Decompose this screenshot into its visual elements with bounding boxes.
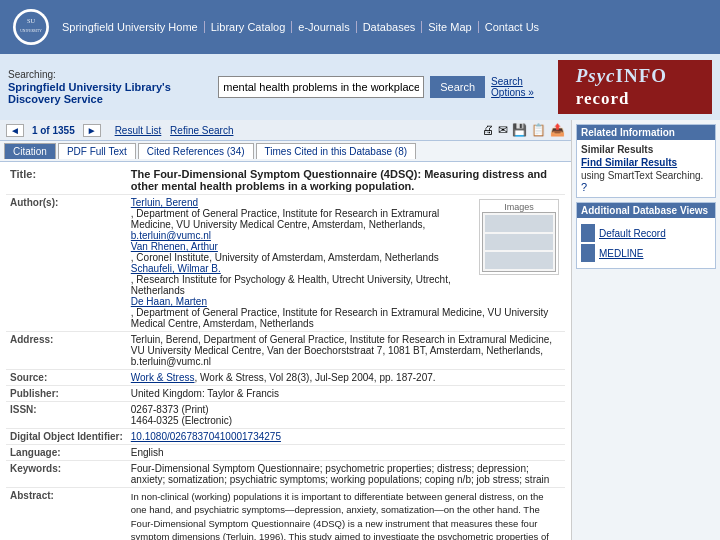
- abstract-label: Abstract:: [6, 488, 127, 541]
- svg-text:SU: SU: [27, 17, 36, 24]
- img-thumb-2: [485, 234, 553, 251]
- top-navigation: SU UNIVERSITY Springfield University Hom…: [0, 0, 720, 54]
- medline-link[interactable]: MEDLINE: [599, 248, 643, 259]
- source-value: Work & Stress, Work & Stress, Vol 28(3),…: [127, 370, 565, 386]
- title-value: The Four-Dimensional Symptom Questionnai…: [127, 166, 565, 195]
- title-label: Title:: [6, 166, 127, 195]
- result-count: 1 of 1355: [32, 125, 75, 136]
- author-4-link[interactable]: De Haan, Marten: [131, 296, 561, 307]
- content-area: ◄ 1 of 1355 ► Result List Refine Search …: [0, 120, 572, 540]
- record-table: Title: The Four-Dimensional Symptom Ques…: [6, 166, 565, 540]
- smarttext-icon[interactable]: ?: [581, 181, 587, 193]
- img-thumb-1: [485, 215, 553, 232]
- doi-value: 10.1080/02678370410001734275: [127, 429, 565, 445]
- authors-row: Author(s): Images: [6, 195, 565, 332]
- address-value: Terluin, Berend, Department of General P…: [127, 332, 565, 370]
- default-record-link[interactable]: Default Record: [599, 228, 666, 239]
- related-info-section: Related Information Similar Results Find…: [576, 124, 716, 198]
- export-icon[interactable]: 📤: [550, 123, 565, 137]
- smarttext-desc: using SmartText Searching.: [581, 170, 703, 181]
- related-info-header: Related Information: [577, 125, 715, 140]
- nav-home[interactable]: Springfield University Home: [56, 21, 205, 33]
- next-result-button[interactable]: ►: [83, 124, 101, 137]
- info-text: INFO: [616, 65, 668, 86]
- authors-label: Author(s):: [6, 195, 127, 332]
- issn-label: ISSN:: [6, 402, 127, 429]
- address-row: Address: Terluin, Berend, Department of …: [6, 332, 565, 370]
- refine-search-link[interactable]: Refine Search: [170, 125, 233, 136]
- search-bar: Searching: Springfield University Librar…: [0, 54, 720, 120]
- language-value: English: [127, 445, 565, 461]
- nav-contact[interactable]: Contact Us: [479, 21, 545, 33]
- search-button[interactable]: Search: [430, 76, 485, 98]
- tab-cited-refs[interactable]: Cited References (34): [138, 143, 254, 159]
- logo-circle: SU UNIVERSITY: [13, 9, 49, 45]
- print-icon[interactable]: 🖨: [482, 123, 494, 137]
- result-links: Result List Refine Search: [109, 125, 234, 136]
- medline-icon: [581, 244, 595, 262]
- source-link[interactable]: Work & Stress: [131, 372, 195, 383]
- main-layout: ◄ 1 of 1355 ► Result List Refine Search …: [0, 120, 720, 540]
- result-list-link[interactable]: Result List: [115, 125, 162, 136]
- search-input[interactable]: [218, 76, 424, 98]
- issn-value: 0267-8373 (Print)1464-0325 (Electronic): [127, 402, 565, 429]
- image-container: Images: [479, 199, 559, 275]
- search-options-link[interactable]: Search Options »: [491, 76, 552, 98]
- tab-bar: Citation PDF Full Text Cited References …: [0, 141, 571, 162]
- sidebar: Related Information Similar Results Find…: [572, 120, 720, 540]
- result-nav: ◄ 1 of 1355 ► Result List Refine Search …: [0, 120, 571, 141]
- abstract-value: In non-clinical (working) populations it…: [127, 488, 565, 541]
- save-icon[interactable]: 💾: [512, 123, 527, 137]
- image-thumbnails: [482, 212, 556, 272]
- nav-sitemap[interactable]: Site Map: [422, 21, 478, 33]
- keywords-row: Keywords: Four-Dimensional Symptom Quest…: [6, 461, 565, 488]
- language-label: Language:: [6, 445, 127, 461]
- additional-db-section: Additional Database Views Default Record…: [576, 202, 716, 269]
- psyc-text: Psyc: [576, 65, 616, 86]
- svg-text:UNIVERSITY: UNIVERSITY: [20, 29, 42, 33]
- nav-databases[interactable]: Databases: [357, 21, 423, 33]
- address-label: Address:: [6, 332, 127, 370]
- issn-row: ISSN: 0267-8373 (Print)1464-0325 (Electr…: [6, 402, 565, 429]
- psyc-badge: PsycINFO record: [558, 60, 712, 114]
- additional-db-header: Additional Database Views: [577, 203, 715, 218]
- keywords-label: Keywords:: [6, 461, 127, 488]
- related-info-body: Similar Results Find Similar Results usi…: [577, 140, 715, 197]
- medline-item: MEDLINE: [581, 244, 711, 262]
- publisher-label: Publisher:: [6, 386, 127, 402]
- keywords-value: Four-Dimensional Symptom Questionnaire; …: [127, 461, 565, 488]
- doi-label: Digital Object Identifier:: [6, 429, 127, 445]
- nav-ejournals[interactable]: e-Journals: [292, 21, 356, 33]
- source-row: Source: Work & Stress, Work & Stress, Vo…: [6, 370, 565, 386]
- university-logo: SU UNIVERSITY: [6, 2, 56, 52]
- nav-library-catalog[interactable]: Library Catalog: [205, 21, 293, 33]
- tab-times-cited[interactable]: Times Cited in this Database (8): [256, 143, 416, 159]
- title-row: Title: The Four-Dimensional Symptom Ques…: [6, 166, 565, 195]
- language-row: Language: English: [6, 445, 565, 461]
- record-content: Title: The Four-Dimensional Symptom Ques…: [0, 162, 571, 540]
- publisher-row: Publisher: United Kingdom: Taylor & Fran…: [6, 386, 565, 402]
- similar-results-subheader: Similar Results: [581, 144, 711, 155]
- author-1-email[interactable]: b.terluin@vumc.nl: [131, 230, 211, 241]
- abstract-row: Abstract: In non-clinical (working) popu…: [6, 488, 565, 541]
- tab-citation[interactable]: Citation: [4, 143, 56, 159]
- cite-icon[interactable]: 📋: [531, 123, 546, 137]
- publisher-value: United Kingdom: Taylor & Francis: [127, 386, 565, 402]
- additional-db-body: Default Record MEDLINE: [577, 218, 715, 268]
- tab-pdf[interactable]: PDF Full Text: [58, 143, 136, 159]
- service-label: Springfield University Library's Discove…: [8, 81, 212, 105]
- authors-value: Images Terluin, Berend, Department of Ge…: [127, 195, 565, 332]
- record-text: record: [576, 89, 630, 108]
- svg-point-0: [15, 11, 47, 43]
- images-box: Images: [477, 197, 561, 277]
- email-icon[interactable]: ✉: [498, 123, 508, 137]
- nav-links: Springfield University Home Library Cata…: [56, 21, 545, 33]
- img-thumb-3: [485, 252, 553, 269]
- find-similar-link[interactable]: Find Similar Results: [581, 157, 711, 168]
- doi-link[interactable]: 10.1080/02678370410001734275: [131, 431, 281, 442]
- searching-label: Searching:: [8, 69, 212, 80]
- prev-result-button[interactable]: ◄: [6, 124, 24, 137]
- doi-row: Digital Object Identifier: 10.1080/02678…: [6, 429, 565, 445]
- default-record-item: Default Record: [581, 224, 711, 242]
- source-label: Source:: [6, 370, 127, 386]
